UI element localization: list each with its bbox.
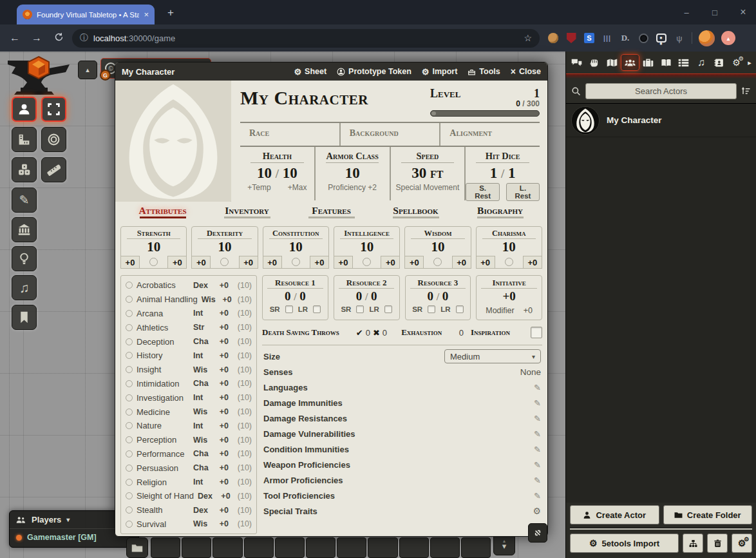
skill-proficiency-toggle[interactable] (126, 506, 133, 514)
sheet-tab[interactable]: Features (289, 205, 373, 223)
lighting-tool-button[interactable] (12, 246, 37, 271)
new-tab-button[interactable]: + (164, 6, 178, 20)
sr-checkbox[interactable] (428, 305, 435, 313)
save-proficiency-toggle[interactable] (363, 258, 371, 266)
adblock-extension-icon[interactable] (565, 32, 577, 44)
measure-tool-button[interactable] (41, 157, 66, 182)
edit-trait-icon[interactable]: ✎ (534, 476, 541, 485)
character-portrait[interactable] (115, 81, 231, 202)
walls-tool-button[interactable] (12, 217, 37, 242)
tab-combat[interactable] (585, 54, 603, 71)
skill-proficiency-toggle[interactable] (126, 409, 133, 416)
xp-line[interactable]: 0 / 300 (430, 99, 540, 108)
nav-collapse-button[interactable]: ▴ (78, 61, 97, 79)
macro-slot[interactable] (182, 537, 211, 558)
window-minimize-button[interactable]: – (674, 0, 699, 24)
skill-row[interactable]: Nature Int +0 (10) (126, 419, 252, 433)
health-value[interactable]: 10 / 10 (240, 165, 314, 182)
temp-hp[interactable]: +Temp (247, 183, 270, 192)
initiative-value[interactable]: +0 (477, 289, 542, 303)
s-extension-icon[interactable]: S (583, 32, 595, 44)
skill-name[interactable]: Stealth (137, 505, 189, 515)
speed-value[interactable]: 30 ft (391, 165, 465, 182)
exhaustion-value[interactable]: 0 (459, 328, 464, 338)
skill-proficiency-toggle[interactable] (126, 324, 133, 331)
senses-value[interactable]: None (520, 367, 541, 377)
death-fail-icon[interactable]: ✖ (373, 328, 380, 338)
macro-slot[interactable] (275, 537, 305, 558)
save-proficiency-toggle[interactable] (505, 258, 513, 266)
ability-save[interactable]: +0 (239, 256, 258, 269)
edit-trait-icon[interactable]: ✎ (534, 398, 541, 408)
hotbar-page-button[interactable]: ▴ ▾ (493, 534, 515, 555)
edit-trait-icon[interactable]: ✎ (534, 383, 541, 392)
lr-checkbox[interactable] (384, 305, 392, 313)
tab-compendium[interactable] (710, 54, 728, 71)
reload-button[interactable] (48, 32, 70, 44)
close-window-button[interactable]: ×Close (511, 66, 541, 77)
death-success-count[interactable]: 0 (366, 328, 370, 338)
skill-row[interactable]: Deception Cha +0 (10) (126, 334, 252, 349)
macro-slot[interactable] (368, 537, 397, 558)
address-bar[interactable]: ⓘ localhost:30000/game ☆ (72, 29, 540, 48)
skill-row[interactable]: Religion Int +0 (10) (126, 475, 252, 489)
delete-button[interactable] (707, 534, 728, 553)
resource-value[interactable]: 0 / 0 (406, 289, 471, 303)
tab-close-icon[interactable]: × (144, 10, 149, 19)
skill-row[interactable]: Insight Wis +0 (10) (126, 363, 252, 377)
sheet-tab[interactable]: Attributes (120, 205, 205, 223)
skill-proficiency-toggle[interactable] (126, 296, 133, 303)
skill-proficiency-toggle[interactable] (126, 310, 133, 317)
camera-extension-icon[interactable] (638, 32, 649, 44)
ability-modifier[interactable]: +0 (191, 256, 211, 269)
tab-scenes[interactable] (603, 54, 621, 71)
skill-proficiency-toggle[interactable] (126, 380, 133, 387)
bars-extension-icon[interactable]: ||| (601, 32, 613, 44)
skill-name[interactable]: Deception (137, 337, 189, 347)
save-proficiency-toggle[interactable] (433, 258, 442, 266)
lr-checkbox[interactable] (456, 305, 464, 313)
skill-name[interactable]: Insight (137, 365, 189, 374)
box-extension-icon[interactable]: ● ● (656, 32, 667, 44)
dice-tool-button[interactable] (12, 157, 37, 182)
ability-name[interactable]: Intelligence (340, 229, 393, 239)
drawing-tool-button[interactable]: ✎ (12, 188, 37, 213)
skill-proficiency-toggle[interactable] (126, 352, 133, 359)
tools-button[interactable]: Tools (468, 67, 500, 76)
skill-row[interactable]: Persuasion Cha +0 (10) (126, 461, 252, 475)
skill-row[interactable]: Investigation Int +0 (10) (126, 390, 252, 405)
skill-proficiency-toggle[interactable] (126, 436, 133, 443)
sr-checkbox[interactable] (285, 305, 293, 313)
ability-name[interactable]: Strength (127, 229, 180, 239)
skill-name[interactable]: Survival (137, 519, 189, 529)
macro-slot[interactable] (213, 537, 242, 558)
skill-name[interactable]: Investigation (137, 393, 189, 403)
ability-name[interactable]: Charisma (482, 229, 536, 239)
hit-dice-value[interactable]: 1 / 1 (466, 165, 540, 182)
inspiration-checkbox[interactable] (531, 327, 542, 338)
macro-slot[interactable] (306, 537, 335, 558)
skill-name[interactable]: Arcana (137, 309, 189, 318)
skill-row[interactable]: Survival Wis +0 (10) (126, 517, 252, 532)
skill-row[interactable]: Acrobatics Dex +0 (10) (126, 278, 252, 293)
tempmax-hp[interactable]: +Max (288, 183, 307, 192)
skill-proficiency-toggle[interactable] (126, 450, 133, 457)
configure-button[interactable]: ⚙⚙ (732, 534, 752, 553)
skill-row[interactable]: Intimidation Cha +0 (10) (126, 377, 252, 391)
skill-name[interactable]: Religion (137, 477, 189, 487)
skill-name[interactable]: History (137, 351, 189, 360)
skill-proficiency-toggle[interactable] (126, 492, 133, 499)
sheet-tab[interactable]: Inventory (205, 205, 289, 223)
sr-checkbox[interactable] (356, 305, 364, 313)
skill-proficiency-toggle[interactable] (126, 479, 133, 486)
race-field[interactable]: Race (240, 123, 341, 146)
sounds-tool-button[interactable]: ♫ (12, 275, 37, 300)
skill-name[interactable]: Intimidation (137, 379, 189, 389)
create-actor-button[interactable]: Create Actor (570, 505, 659, 524)
skill-proficiency-toggle[interactable] (126, 394, 133, 401)
skill-row[interactable]: Stealth Dex +0 (10) (126, 503, 252, 517)
skill-name[interactable]: Performance (137, 449, 189, 459)
browser-tab[interactable]: Foundry Virtual Tabletop • A Stan × (17, 5, 155, 24)
tab-journal[interactable] (657, 54, 675, 71)
tab-actors[interactable] (621, 54, 639, 71)
